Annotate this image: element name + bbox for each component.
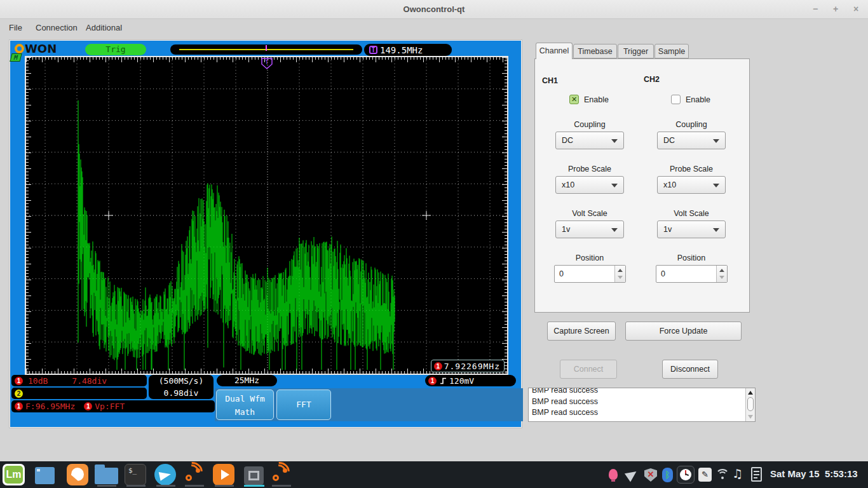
- math-button-line1: Dual Wfm: [217, 392, 273, 405]
- scroll-up-icon[interactable]: [748, 391, 753, 395]
- ch1-coupling-select[interactable]: DC: [555, 132, 624, 149]
- trigger-frequency-value: 149.5MHz: [380, 45, 423, 55]
- scroll-down-icon[interactable]: [748, 415, 753, 419]
- pointer-tray-icon[interactable]: [625, 468, 639, 482]
- taskbar: Lm 2 $_ ✕ ᛒ ✎ ♫ Sat May 15 5:53:13: [0, 461, 868, 488]
- redshift-tray-icon[interactable]: [609, 469, 618, 480]
- sample-rate: (500MS/s): [152, 375, 210, 387]
- channel1-badge-icon: 1: [434, 362, 442, 370]
- scrollbar-thumb[interactable]: [747, 397, 754, 411]
- ch2-enable-label: Enable: [686, 95, 710, 104]
- cursor-frequency-value: 7.92269MHz: [444, 362, 500, 371]
- clipboard-line-icon: [754, 477, 757, 478]
- ch2-volt-label: Volt Scale: [647, 209, 736, 218]
- ch2-badge-icon: 2: [15, 390, 23, 398]
- music-tray-icon[interactable]: ♫: [732, 466, 743, 480]
- ch2-position-label: Position: [647, 254, 736, 262]
- ch1-enable-checkbox[interactable]: ✕: [569, 95, 579, 104]
- window-indicator: [272, 485, 291, 487]
- window-indicator: [97, 485, 116, 487]
- log-list[interactable]: BMP read success BMP read success BMP re…: [528, 388, 756, 422]
- fft-trace-plot: T: [26, 57, 507, 374]
- broadcast-app-icon[interactable]: [184, 464, 205, 485]
- scope-menu-panel: Dual Wfm Math FFT: [215, 388, 523, 421]
- owon-logo-o-icon: [15, 44, 24, 53]
- ch1-position-spinbox[interactable]: 0: [554, 265, 626, 283]
- ch1-heading: CH1: [542, 76, 558, 85]
- spin-up-icon[interactable]: [618, 269, 623, 272]
- spin-down-icon[interactable]: [719, 276, 724, 279]
- close-button[interactable]: ×: [850, 3, 862, 15]
- maximize-button[interactable]: +: [830, 3, 841, 15]
- clock-tray-icon[interactable]: [677, 466, 695, 484]
- terminal-icon[interactable]: $_: [125, 464, 146, 485]
- tab-channel[interactable]: Channel: [536, 43, 573, 59]
- ch1-enable-label: Enable: [584, 95, 609, 104]
- ch1-position-label: Position: [545, 254, 634, 262]
- menu-additional[interactable]: Additional: [83, 22, 125, 34]
- active-window-indicator: [244, 485, 264, 487]
- meas-frequency: F:96.95MHz: [25, 402, 75, 411]
- ch2-probe-label: Probe Scale: [647, 165, 736, 173]
- graticule: T 1 7.92269MHz: [25, 56, 508, 375]
- owoncontrol-window-icon[interactable]: [244, 466, 264, 485]
- paper-plane-icon: [159, 470, 172, 480]
- trigger-level-readout: 1 120mV: [425, 375, 516, 386]
- channel-tab-page: CH1 CH2 ✕ Enable Enable Coupling Couplin…: [534, 58, 750, 313]
- mint-logo-icon: Lm: [4, 466, 23, 484]
- log-scrollbar[interactable]: [745, 388, 755, 421]
- trigger-t-icon: T: [369, 46, 377, 54]
- bluetooth-tray-icon[interactable]: ᛒ: [662, 468, 673, 482]
- measure-readout-box: 1 F:96.95MHz 1 Vp:FFT: [11, 400, 215, 412]
- ch1-enable-row: ✕ Enable: [569, 95, 609, 104]
- browser-icon[interactable]: [67, 464, 88, 485]
- menu-connection[interactable]: Connection: [33, 22, 80, 34]
- firewall-tray-icon[interactable]: ✕: [644, 468, 657, 482]
- rising-edge-icon: [440, 377, 447, 384]
- tab-trigger[interactable]: Trigger: [618, 44, 654, 58]
- scope-screen-image: WON Trig T 149.5MHz M T 1 7.92269MHz 1 1…: [9, 39, 522, 428]
- spin-up-icon[interactable]: [719, 269, 724, 272]
- log-line: BMP read success: [532, 396, 755, 408]
- wifi-tray-icon[interactable]: [715, 469, 729, 480]
- ch1-volt-select[interactable]: 1v: [555, 220, 624, 238]
- file-manager-icon[interactable]: [95, 468, 118, 484]
- ch1-probe-select[interactable]: x10: [555, 176, 624, 194]
- ch2-position-spinbox[interactable]: 0: [656, 265, 728, 283]
- ch2-probe-select[interactable]: x10: [657, 176, 726, 194]
- window-indicator: [215, 485, 234, 487]
- minimize-button[interactable]: −: [810, 3, 821, 15]
- window-indicator: [126, 485, 146, 487]
- bandwidth-badge: 25MHz: [217, 375, 277, 386]
- broadcast-app2-icon[interactable]: [271, 464, 292, 485]
- ch2-position-value: 0: [661, 269, 665, 278]
- ch1-badge-icon: 1: [15, 377, 23, 385]
- tab-timebase[interactable]: Timebase: [573, 44, 617, 58]
- ch1-spin-arrows[interactable]: [614, 266, 625, 282]
- clipboard-line-icon: [754, 471, 759, 472]
- trigger-frequency-readout: T 149.5MHz: [364, 44, 452, 56]
- input-device-tray-icon[interactable]: ✎: [698, 468, 712, 482]
- browser-swirl-icon: [71, 468, 84, 481]
- ch2-enable-checkbox[interactable]: [671, 95, 681, 104]
- show-desktop-icon[interactable]: [35, 467, 55, 484]
- ch2-coupling-select[interactable]: DC: [657, 132, 726, 149]
- disconnect-button[interactable]: Disconnect: [662, 360, 718, 379]
- ch2-spin-arrows[interactable]: [716, 266, 727, 282]
- menu-file[interactable]: File: [6, 22, 25, 34]
- sample-rate-box: (500MS/s) 0.98div: [149, 375, 214, 399]
- ch2-volt-select[interactable]: 1v: [657, 220, 726, 238]
- force-update-button[interactable]: Force Update: [625, 322, 742, 341]
- ch1-volt-label: Volt Scale: [545, 209, 634, 218]
- taskbar-clock[interactable]: Sat May 15 5:53:13: [770, 468, 865, 479]
- capture-screen-button[interactable]: Capture Screen: [547, 322, 616, 341]
- clipboard-tray-icon[interactable]: [751, 467, 762, 482]
- telegram-icon[interactable]: [154, 464, 176, 485]
- mint-menu-button[interactable]: Lm: [3, 464, 25, 485]
- tab-sample[interactable]: Sample: [654, 44, 689, 58]
- svg-text:T: T: [265, 59, 269, 65]
- play-icon: [221, 470, 229, 480]
- math-channel-badge: M: [10, 53, 22, 62]
- spin-down-icon[interactable]: [618, 276, 623, 279]
- media-player-icon[interactable]: [213, 464, 234, 485]
